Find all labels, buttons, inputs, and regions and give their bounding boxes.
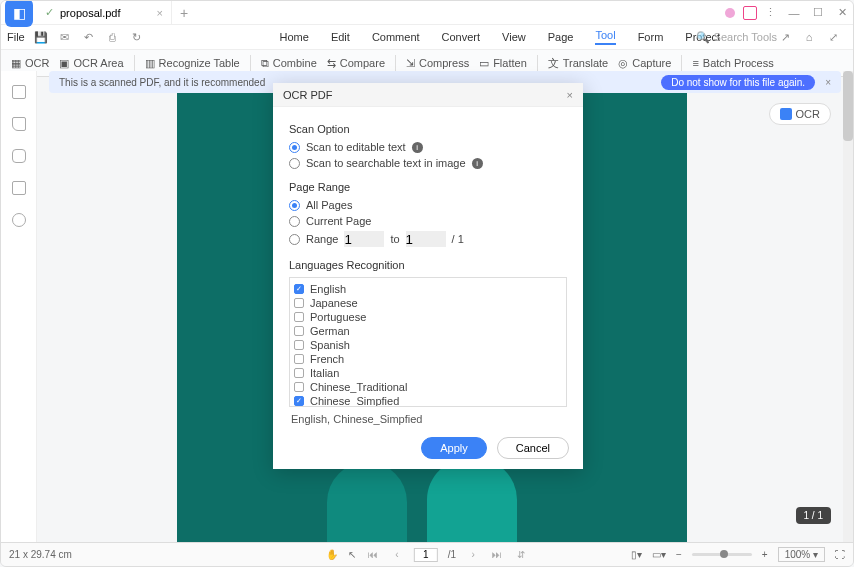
- ocr-area-button[interactable]: ▣OCR Area: [59, 57, 123, 70]
- file-menu[interactable]: File: [7, 31, 25, 43]
- checkbox-icon: [294, 326, 304, 336]
- view-mode-icon[interactable]: ▯▾: [631, 549, 642, 560]
- kebab-menu-icon[interactable]: ⋮: [759, 2, 781, 24]
- flatten-icon: ▭: [479, 57, 489, 70]
- scrollbar-thumb[interactable]: [843, 71, 853, 141]
- reflow-icon[interactable]: ⇵: [514, 549, 528, 560]
- expand-icon[interactable]: ⤢: [825, 29, 841, 45]
- lang-portuguese[interactable]: Portuguese: [294, 310, 562, 324]
- thumbnails-icon[interactable]: [12, 85, 26, 99]
- range-to-input[interactable]: [406, 231, 446, 247]
- language-list[interactable]: English Japanese Portuguese German Spani…: [289, 277, 567, 407]
- scan-searchable-option[interactable]: Scan to searchable text in image i: [289, 157, 567, 169]
- menu-home[interactable]: Home: [280, 31, 309, 43]
- lang-italian[interactable]: Italian: [294, 366, 562, 380]
- close-window-icon[interactable]: ✕: [831, 2, 853, 24]
- recognize-table-button[interactable]: ▥Recognize Table: [145, 57, 240, 70]
- lang-chinese-traditional[interactable]: Chinese_Traditional: [294, 380, 562, 394]
- document-tab[interactable]: ✓ proposal.pdf ×: [37, 1, 172, 24]
- translate-button[interactable]: 文Translate: [548, 56, 608, 71]
- titlebar: ◧ ✓ proposal.pdf × + ⋮ — ☐ ✕: [1, 1, 853, 25]
- add-tab-button[interactable]: +: [172, 5, 196, 21]
- comments-icon[interactable]: [12, 149, 26, 163]
- save-icon[interactable]: 💾: [33, 29, 49, 45]
- compress-button[interactable]: ⇲Compress: [406, 57, 469, 70]
- profile-dot-icon[interactable]: [725, 8, 735, 18]
- minimize-icon[interactable]: —: [783, 2, 805, 24]
- ocr-pill[interactable]: OCR: [769, 103, 831, 125]
- fullscreen-icon[interactable]: ⛶: [835, 549, 845, 560]
- search-rail-icon[interactable]: [12, 213, 26, 227]
- search-tools[interactable]: 🔍 Search Tools: [696, 31, 777, 44]
- notification-icon[interactable]: [743, 6, 757, 20]
- lang-chinese-simplified[interactable]: Chinese_Simpfied: [294, 394, 562, 407]
- prev-page-icon[interactable]: ‹: [390, 549, 404, 560]
- first-page-icon[interactable]: ⏮: [366, 549, 380, 560]
- range-from-input[interactable]: [344, 231, 384, 247]
- maximize-icon[interactable]: ☐: [807, 2, 829, 24]
- attachments-icon[interactable]: [12, 181, 26, 195]
- mail-icon[interactable]: ✉: [57, 29, 73, 45]
- table-icon: ▥: [145, 57, 155, 70]
- zoom-knob[interactable]: [720, 550, 728, 558]
- radio-icon: [289, 234, 300, 245]
- info-icon[interactable]: i: [412, 142, 423, 153]
- ocr-button[interactable]: ▦OCR: [11, 57, 49, 70]
- last-page-icon[interactable]: ⏭: [490, 549, 504, 560]
- dialog-title-bar[interactable]: OCR PDF ×: [273, 83, 583, 107]
- info-icon[interactable]: i: [472, 158, 483, 169]
- lang-japanese[interactable]: Japanese: [294, 296, 562, 310]
- current-page-option[interactable]: Current Page: [289, 215, 567, 227]
- zoom-value[interactable]: 100% ▾: [778, 547, 825, 562]
- statusbar: 21 x 29.74 cm ✋ ↖ ⏮ ‹ /1 › ⏭ ⇵ ▯▾ ▭▾ − +…: [1, 542, 853, 566]
- search-icon: 🔍: [696, 31, 710, 44]
- ocr-pill-label: OCR: [796, 108, 820, 120]
- page-number-input[interactable]: [414, 548, 438, 562]
- menu-tool[interactable]: Tool: [595, 29, 615, 45]
- lang-german[interactable]: German: [294, 324, 562, 338]
- ocr-pill-icon: [780, 108, 792, 120]
- hand-tool-icon[interactable]: ✋: [326, 549, 338, 560]
- left-rail: [1, 71, 37, 542]
- apply-button[interactable]: Apply: [421, 437, 487, 459]
- bookmarks-icon[interactable]: [12, 117, 26, 131]
- batch-button[interactable]: ≡Batch Process: [692, 57, 773, 69]
- cancel-button[interactable]: Cancel: [497, 437, 569, 459]
- lang-spanish[interactable]: Spanish: [294, 338, 562, 352]
- print-icon[interactable]: ⎙: [105, 29, 121, 45]
- next-page-icon[interactable]: ›: [466, 549, 480, 560]
- checkbox-icon: [294, 368, 304, 378]
- zoom-out-icon[interactable]: −: [676, 549, 682, 560]
- flatten-button[interactable]: ▭Flatten: [479, 57, 527, 70]
- lang-french[interactable]: French: [294, 352, 562, 366]
- zoom-in-icon[interactable]: +: [762, 549, 768, 560]
- banner-dismiss-button[interactable]: Do not show for this file again.: [661, 75, 815, 90]
- close-tab-icon[interactable]: ×: [157, 7, 163, 19]
- banner-close-icon[interactable]: ×: [825, 77, 831, 88]
- scan-editable-option[interactable]: Scan to editable text i: [289, 141, 567, 153]
- dialog-close-icon[interactable]: ×: [567, 89, 573, 101]
- fit-icon[interactable]: ▭▾: [652, 549, 666, 560]
- menu-form[interactable]: Form: [638, 31, 664, 43]
- menu-convert[interactable]: Convert: [442, 31, 481, 43]
- capture-button[interactable]: ◎Capture: [618, 57, 671, 70]
- share-icon[interactable]: ↗: [777, 29, 793, 45]
- menu-comment[interactable]: Comment: [372, 31, 420, 43]
- compare-button[interactable]: ⇆Compare: [327, 57, 385, 70]
- range-option[interactable]: Range to / 1: [289, 231, 567, 247]
- undo-icon[interactable]: ↶: [81, 29, 97, 45]
- menu-view[interactable]: View: [502, 31, 526, 43]
- vertical-scrollbar[interactable]: [843, 71, 853, 542]
- zoom-slider[interactable]: [692, 553, 752, 556]
- menubar: Home Edit Comment Convert View Page Tool…: [153, 26, 847, 48]
- select-tool-icon[interactable]: ↖: [348, 549, 356, 560]
- menu-page[interactable]: Page: [548, 31, 574, 43]
- menu-edit[interactable]: Edit: [331, 31, 350, 43]
- lang-english[interactable]: English: [294, 282, 562, 296]
- all-pages-option[interactable]: All Pages: [289, 199, 567, 211]
- combine-button[interactable]: ⧉Combine: [261, 57, 317, 70]
- redo-icon[interactable]: ↻: [129, 29, 145, 45]
- cloud-icon[interactable]: ⌂: [801, 29, 817, 45]
- compare-icon: ⇆: [327, 57, 336, 70]
- ocr-icon: ▦: [11, 57, 21, 70]
